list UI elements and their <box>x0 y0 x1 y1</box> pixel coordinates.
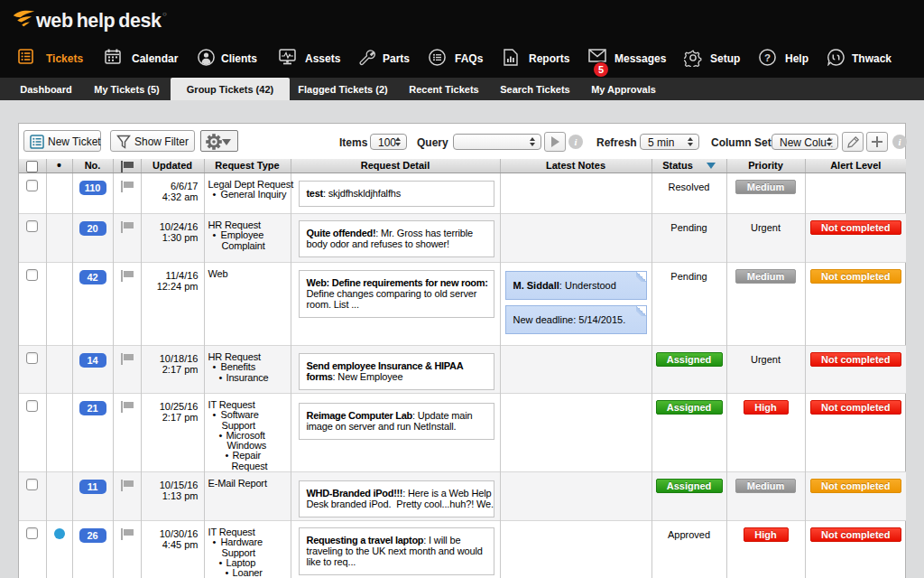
svg-text:?: ? <box>764 52 771 63</box>
